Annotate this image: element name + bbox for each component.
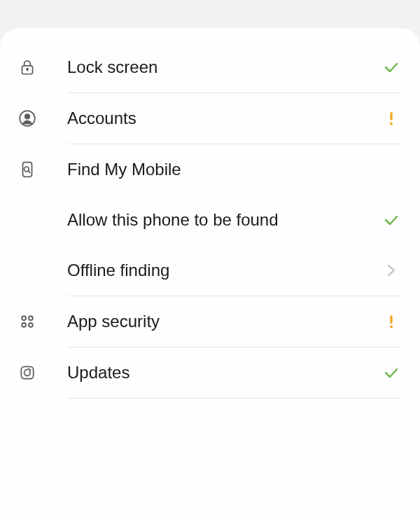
find-my-mobile-label: Find My Mobile [67, 160, 381, 179]
check-icon [381, 364, 402, 381]
updates-icon [18, 364, 67, 382]
app-security-label: App security [67, 312, 381, 331]
list-item-lock-screen[interactable]: Lock screen [0, 42, 420, 92]
list-item-app-security[interactable]: App security [0, 296, 420, 347]
chevron-right-icon [381, 262, 402, 279]
find-mobile-icon [18, 160, 67, 179]
svg-rect-4 [390, 112, 392, 120]
svg-point-9 [29, 316, 33, 320]
list-item-updates[interactable]: Updates [0, 347, 420, 398]
svg-point-3 [25, 114, 30, 119]
accounts-label: Accounts [67, 109, 381, 128]
svg-point-10 [22, 323, 26, 327]
updates-label: Updates [67, 363, 381, 382]
account-icon [18, 109, 67, 127]
lock-screen-label: Lock screen [67, 57, 381, 77]
list-item-offline-finding[interactable]: Offline finding [0, 245, 420, 296]
settings-list: Lock screen Accounts [0, 28, 420, 517]
svg-point-13 [390, 326, 393, 329]
warning-icon [381, 313, 402, 330]
list-item-accounts[interactable]: Accounts [0, 93, 420, 144]
warning-icon [381, 110, 402, 127]
divider [67, 398, 402, 399]
svg-point-5 [390, 123, 393, 125]
list-item-allow-found[interactable]: Allow this phone to be found [0, 195, 420, 245]
offline-finding-label: Offline finding [67, 261, 381, 280]
svg-rect-12 [390, 315, 392, 324]
lock-icon [18, 58, 67, 76]
check-icon [381, 212, 402, 228]
check-icon [381, 59, 402, 76]
svg-point-1 [27, 69, 28, 70]
svg-point-8 [22, 316, 26, 320]
list-item-find-my-mobile[interactable]: Find My Mobile [0, 144, 420, 195]
allow-found-label: Allow this phone to be found [67, 210, 381, 230]
svg-point-11 [29, 323, 33, 327]
apps-icon [18, 312, 67, 331]
svg-rect-14 [21, 366, 33, 378]
